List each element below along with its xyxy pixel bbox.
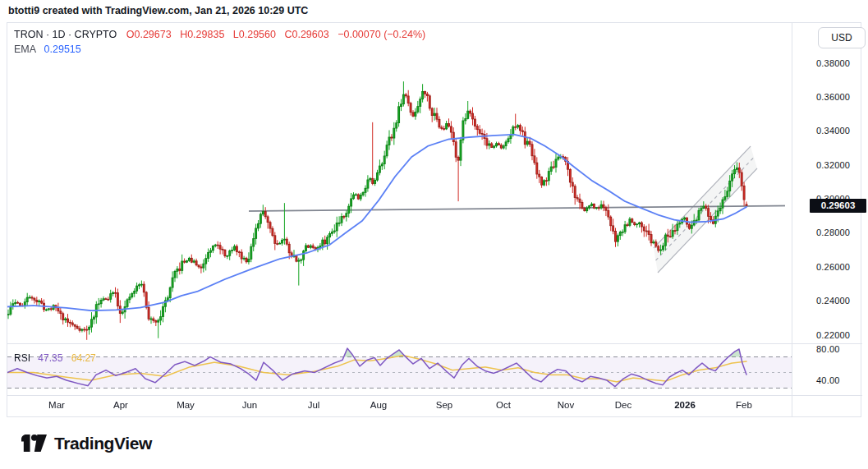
price-axis-label: 40.00 <box>816 375 840 385</box>
rsi-label: RSI <box>14 352 30 364</box>
month-label: Dec <box>615 400 631 410</box>
chart-frame: TRON · 1D · CRYPTO O0.29673 H0.29835 L0.… <box>7 22 861 417</box>
pane-separator-main-rsi <box>7 343 862 344</box>
price-axis-label: 0.26000 <box>816 262 850 272</box>
price-axis-label: 0.22000 <box>816 330 850 340</box>
ema-label: EMA <box>14 44 36 55</box>
attribution-text: btotti9 created with TradingView.com, Ja… <box>8 5 308 16</box>
price-axis-label: 0.28000 <box>816 228 850 237</box>
price-axis-label: 0.36000 <box>816 92 850 102</box>
month-label: Aug <box>370 400 387 410</box>
month-label: Apr <box>113 400 128 410</box>
price-axis-label: 0.24000 <box>816 296 850 306</box>
tradingview-logo-icon <box>21 433 47 453</box>
month-label: 2026 <box>674 400 696 410</box>
rsi-value: 47.35 <box>38 352 62 364</box>
tradingview-snapshot: btotti9 created with TradingView.com, Ja… <box>0 0 868 469</box>
ema-legend: EMA 0.29515 <box>14 44 81 55</box>
pane-separator-rsi-time <box>7 395 862 396</box>
ohlc-close: C0.29603 <box>284 29 328 40</box>
symbol-legend: TRON · 1D · CRYPTO O0.29673 H0.29835 L0.… <box>14 29 431 40</box>
month-label: Oct <box>496 400 511 410</box>
month-label: Mar <box>48 400 65 410</box>
price-axis-separator <box>792 23 792 416</box>
price-axis-label: 80.00 <box>816 344 840 354</box>
symbol-title: TRON · 1D · CRYPTO <box>14 29 117 40</box>
price-axis-label: 0.34000 <box>816 126 850 136</box>
currency-toggle-button[interactable]: USD <box>818 27 866 48</box>
month-label: Feb <box>736 400 752 410</box>
month-label: Sep <box>436 400 452 410</box>
month-label: Nov <box>558 400 574 410</box>
price-axis-label: 0.38000 <box>816 58 850 68</box>
rsi-legend: RSI 47.35 64.27 <box>14 352 96 364</box>
tradingview-logo-text: TradingView <box>54 434 152 453</box>
ohlc-low: L0.29560 <box>233 29 276 40</box>
rsi-ma-value: 64.27 <box>71 352 96 364</box>
month-label: Jun <box>242 400 258 410</box>
month-label: Jul <box>308 400 320 410</box>
price-axis-label: 0.32000 <box>816 160 850 170</box>
ohlc-change: −0.00070 (−0.24%) <box>338 29 425 40</box>
ohlc-high: H0.29835 <box>180 29 224 40</box>
ema-value: 0.29515 <box>44 44 81 55</box>
tradingview-logo[interactable]: TradingView <box>21 433 152 453</box>
last-price-badge: 0.29603 <box>810 199 866 213</box>
ohlc-open: O0.29673 <box>126 29 172 40</box>
month-label: May <box>177 400 195 410</box>
price-chart-canvas[interactable] <box>7 23 792 416</box>
